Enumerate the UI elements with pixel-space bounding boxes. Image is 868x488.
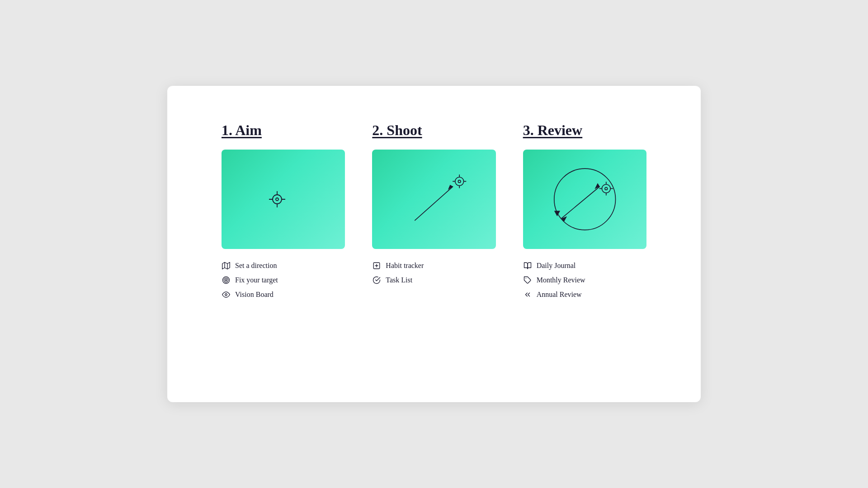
- shoot-feature-task-label: Task List: [386, 276, 412, 284]
- svg-point-15: [455, 177, 464, 186]
- aim-feature-target-label: Fix your target: [235, 276, 278, 284]
- shoot-column: 2. Shoot: [372, 122, 495, 284]
- svg-point-11: [226, 280, 227, 281]
- svg-line-25: [561, 187, 599, 219]
- aim-image: [222, 150, 345, 249]
- svg-point-0: [273, 195, 282, 204]
- columns-container: 1. Aim: [222, 122, 646, 299]
- review-feature-annual[interactable]: Annual Review: [523, 291, 646, 299]
- check-circle-icon: [372, 276, 381, 284]
- svg-point-28: [602, 184, 610, 193]
- aim-feature-target[interactable]: Fix your target: [222, 276, 345, 284]
- review-feature-journal-label: Daily Journal: [537, 262, 576, 270]
- shoot-feature-habit[interactable]: Habit tracker: [372, 262, 495, 270]
- review-feature-monthly[interactable]: Monthly Review: [523, 276, 646, 284]
- aim-feature-vision[interactable]: Vision Board: [222, 291, 345, 299]
- main-card: 1. Aim: [167, 86, 701, 402]
- review-image: [523, 150, 646, 249]
- svg-point-9: [223, 277, 230, 284]
- shoot-title: 2. Shoot: [372, 122, 495, 139]
- aim-features: Set a direction Fix your target: [222, 262, 345, 299]
- aim-feature-direction-label: Set a direction: [235, 262, 277, 270]
- shoot-feature-task[interactable]: Task List: [372, 276, 495, 284]
- review-feature-journal[interactable]: Daily Journal: [523, 262, 646, 270]
- review-column: 3. Review: [523, 122, 646, 299]
- shoot-image: [372, 150, 495, 249]
- map-icon: [222, 262, 231, 270]
- review-illustration: [523, 150, 646, 249]
- eye-icon: [222, 291, 231, 299]
- svg-line-13: [415, 187, 453, 221]
- review-feature-annual-label: Annual Review: [537, 291, 582, 299]
- svg-point-12: [225, 294, 227, 296]
- svg-point-1: [276, 198, 278, 201]
- svg-marker-27: [561, 216, 566, 222]
- chevrons-left-icon: [523, 291, 532, 299]
- target-icon: [222, 276, 231, 284]
- shoot-features: Habit tracker Task List: [372, 262, 495, 284]
- tag-icon: [523, 276, 532, 284]
- review-features: Daily Journal Monthly Review: [523, 262, 646, 299]
- shoot-feature-habit-label: Habit tracker: [386, 262, 424, 270]
- review-feature-monthly-label: Monthly Review: [537, 276, 585, 284]
- svg-point-16: [458, 180, 461, 183]
- plus-square-icon: [372, 262, 381, 270]
- svg-marker-6: [222, 263, 230, 269]
- shoot-illustration: [372, 150, 495, 249]
- aim-feature-vision-label: Vision Board: [235, 291, 274, 299]
- aim-feature-direction[interactable]: Set a direction: [222, 262, 345, 270]
- review-title: 3. Review: [523, 122, 646, 139]
- book-open-icon: [523, 262, 532, 270]
- svg-point-10: [224, 278, 228, 282]
- aim-title: 1. Aim: [222, 122, 345, 139]
- aim-column: 1. Aim: [222, 122, 345, 299]
- svg-point-29: [605, 188, 608, 190]
- aim-crosshair-icon: [267, 189, 287, 209]
